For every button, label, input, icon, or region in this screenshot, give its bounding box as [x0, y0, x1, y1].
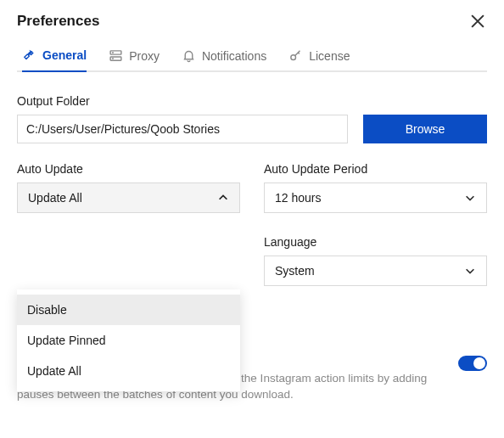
language-block: Language System: [264, 235, 487, 286]
output-folder-input[interactable]: [17, 115, 348, 143]
bell-icon: [182, 48, 196, 63]
right-col: Auto Update Period 12 hours Language Sys…: [264, 162, 487, 286]
auto-update-col: Auto Update Update All Disable Update Pi…: [17, 162, 240, 286]
tab-license[interactable]: License: [288, 42, 350, 72]
tab-license-label: License: [309, 49, 350, 63]
language-label: Language: [264, 235, 487, 249]
chevron-down-icon: [464, 192, 476, 204]
svg-point-3: [113, 59, 114, 59]
close-icon: [468, 12, 487, 31]
preferences-window: Preferences General Proxy Notifications …: [0, 0, 504, 410]
language-select[interactable]: System: [264, 256, 487, 286]
header: Preferences: [17, 12, 487, 31]
auto-update-option-disable[interactable]: Disable: [17, 295, 240, 325]
safe-mode-toggle[interactable]: [458, 356, 487, 371]
browse-button[interactable]: Browse: [363, 115, 487, 143]
svg-point-4: [291, 55, 296, 60]
tab-bar: General Proxy Notifications License: [17, 42, 487, 72]
tab-proxy-label: Proxy: [129, 49, 160, 63]
output-folder-label: Output Folder: [17, 94, 487, 108]
tab-general-label: General: [42, 48, 87, 62]
close-button[interactable]: [468, 12, 487, 31]
tab-proxy[interactable]: Proxy: [109, 42, 160, 72]
key-icon: [288, 48, 303, 63]
language-selected: System: [275, 264, 315, 278]
auto-update-select[interactable]: Update All: [17, 182, 240, 213]
auto-update-label: Auto Update: [17, 162, 240, 176]
auto-update-period-selected: 12 hours: [275, 191, 321, 205]
auto-update-selected: Update All: [28, 191, 82, 205]
auto-update-period-label: Auto Update Period: [264, 162, 487, 176]
window-title: Preferences: [17, 13, 99, 30]
auto-update-period-select[interactable]: 12 hours: [264, 182, 487, 213]
tab-notifications[interactable]: Notifications: [182, 42, 266, 72]
wrench-icon: [22, 48, 36, 62]
settings-columns: Auto Update Update All Disable Update Pi…: [17, 162, 487, 286]
chevron-down-icon: [464, 265, 476, 277]
output-folder-row: Browse: [17, 115, 487, 143]
svg-point-2: [113, 53, 114, 53]
auto-update-option-all[interactable]: Update All: [17, 356, 240, 386]
auto-update-dropdown: Disable Update Pinned Update All: [17, 289, 240, 391]
chevron-up-icon: [217, 192, 229, 204]
server-icon: [109, 48, 123, 63]
tab-notifications-label: Notifications: [202, 49, 266, 63]
tab-general[interactable]: General: [22, 42, 87, 72]
auto-update-option-pinned[interactable]: Update Pinned: [17, 325, 240, 356]
